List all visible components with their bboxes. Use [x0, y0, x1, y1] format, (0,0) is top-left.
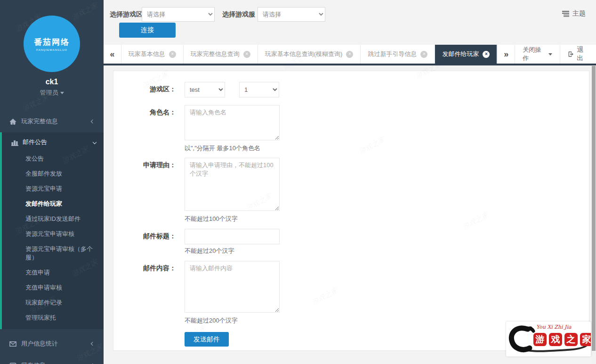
field-label: 角色名：: [113, 105, 185, 117]
bar-chart-icon: [11, 139, 18, 146]
field-label-empty: [113, 332, 185, 335]
tab-label: 玩家完整信息查询: [191, 50, 240, 58]
sidebar-subitem[interactable]: 资源元宝申请: [2, 181, 104, 196]
zone-select-label: 选择游戏区: [110, 10, 143, 19]
comment-icon: [9, 362, 16, 364]
tab-close-icon[interactable]: ×: [346, 51, 353, 58]
chevron-left-icon: [91, 120, 95, 123]
tab-item[interactable]: 跳过新手引导信息×: [361, 45, 435, 64]
sidebar-item-user-stats[interactable]: 用户信息统计: [0, 333, 104, 355]
tab-item[interactable]: 玩家基本信息×: [121, 45, 184, 64]
form-panel: 游戏区： test1 角色名： 以","分隔开 最多10个角色名 申请理由： 不…: [113, 71, 589, 351]
brand-script-text: You Xi Zhi Jia: [536, 324, 572, 330]
form-row-role-name: 角色名： 以","分隔开 最多10个角色名: [113, 105, 589, 153]
tab-item[interactable]: 玩家完整信息查询×: [184, 45, 258, 64]
sidebar-item-player-full-info[interactable]: 玩家完整信息: [0, 111, 104, 132]
envelope-icon: [9, 340, 16, 348]
sidebar-subitem[interactable]: 发邮件给玩家: [2, 196, 104, 211]
sidebar-subitem[interactable]: 管理玩家托: [2, 310, 104, 325]
main-area: 选择游戏区 请选择 选择游戏服 请选择 连接 主题 « 玩家基本信息×玩家完整信…: [104, 0, 596, 364]
reason-control: 不能超过100个汉字: [185, 158, 280, 223]
server-select[interactable]: 请选择: [258, 7, 325, 22]
vertical-scrollbar[interactable]: [591, 66, 596, 364]
brand-badge: You Xi Zhi Jia 游戏之家: [506, 322, 591, 356]
mail-content-textarea[interactable]: [185, 261, 280, 313]
caret-down-icon: [548, 53, 552, 56]
logo-text-cn: 番茄网络: [34, 37, 70, 48]
reason-hint: 不能超过100个汉字: [185, 215, 280, 223]
field-label: 邮件标题：: [113, 229, 185, 241]
send-mail-button[interactable]: 发送邮件: [185, 332, 229, 347]
mail-submenu: 发公告全服邮件发放资源元宝申请发邮件给玩家通过玩家ID发送邮件资源元宝申请审核资…: [2, 151, 104, 325]
mail-content-hint: 不能超过200个汉字: [185, 316, 280, 325]
tab-label: 发邮件给玩家: [442, 50, 479, 58]
role-name-textarea[interactable]: [185, 105, 280, 140]
role-name-hint: 以","分隔开 最多10个角色名: [185, 144, 280, 153]
tab-item[interactable]: 发邮件给玩家×: [435, 45, 497, 64]
sidebar-item-mail-announce[interactable]: 邮件公告: [2, 132, 104, 151]
sidebar-section-mail: 邮件公告 发公告全服邮件发放资源元宝申请发邮件给玩家通过玩家ID发送邮件资源元宝…: [0, 132, 104, 329]
brand-char: 家: [580, 333, 591, 346]
home-icon: [9, 118, 16, 125]
theme-button[interactable]: 主题: [562, 9, 586, 18]
mail-content-control: 不能超过200个汉字: [185, 261, 280, 325]
topbar: 选择游戏区 请选择 选择游戏服 请选择 连接 主题: [104, 0, 596, 45]
user-role-dropdown[interactable]: 管理员: [0, 89, 104, 97]
content: 游戏区： test1 角色名： 以","分隔开 最多10个角色名 申请理由： 不…: [104, 65, 596, 364]
mail-title-hint: 不能超过20个汉字: [185, 247, 280, 255]
sidebar-item-label: 玩家完整信息: [21, 117, 87, 126]
tabs-scroll-left-button[interactable]: «: [104, 45, 121, 64]
sidebar-subitem[interactable]: 充值申请审核: [2, 280, 104, 295]
zone-select[interactable]: 请选择: [142, 7, 215, 22]
sidebar-item-retention-info[interactable]: 留存信息: [0, 355, 104, 364]
sidebar-item-label: 用户信息统计: [21, 340, 87, 348]
field-label: 申请理由：: [113, 158, 185, 170]
mail-title-input[interactable]: [185, 229, 280, 244]
field-label: 游戏区：: [113, 82, 185, 94]
theme-lines-icon: [562, 11, 569, 17]
scrollbar-thumb[interactable]: [592, 66, 596, 351]
chevron-left-icon: [91, 342, 95, 346]
sidebar-subitem[interactable]: 通过玩家ID发送邮件: [2, 211, 104, 226]
server-select-label: 选择游戏服: [222, 10, 255, 19]
sidebar-subitem[interactable]: 全服邮件发放: [2, 166, 104, 181]
tab-label: 玩家基本信息: [129, 50, 165, 58]
tab-close-icon[interactable]: ×: [169, 51, 176, 58]
close-operations-dropdown[interactable]: 关闭操作: [515, 45, 560, 64]
form-row-mail-content: 邮件内容： 不能超过200个汉字: [113, 261, 589, 325]
tab-label: 跳过新手引导信息: [368, 50, 417, 58]
brand-char: 游: [533, 333, 547, 346]
logo-circle: 番茄网络 FANQIEWANGLUO: [24, 16, 80, 72]
tabbar: « 玩家基本信息×玩家完整信息查询×玩家基本信息查询(模糊查询)×跳过新手引导信…: [104, 45, 596, 65]
theme-label: 主题: [572, 9, 586, 18]
chevron-down-icon: [93, 140, 97, 144]
brand-tiles: 游戏之家: [533, 333, 591, 346]
tab-close-icon[interactable]: ×: [243, 51, 250, 58]
caret-down-icon: [60, 92, 64, 94]
sidebar-subitem[interactable]: 发公告: [2, 151, 104, 166]
tab-close-icon[interactable]: ×: [420, 51, 427, 58]
form-row-mail-title: 邮件标题： 不能超过20个汉字: [113, 229, 589, 255]
mail-title-control: 不能超过20个汉字: [185, 229, 280, 255]
sidebar-subitem[interactable]: 充值申请: [2, 265, 104, 280]
logo-text-en: FANQIEWANGLUO: [36, 49, 67, 51]
sidebar-subitem[interactable]: 玩家邮件记录: [2, 295, 104, 310]
username: ck1: [0, 78, 104, 86]
brand-char: 戏: [549, 333, 562, 346]
tabs-scroll-right-button[interactable]: »: [497, 45, 515, 64]
brand-char: 之: [564, 333, 578, 346]
tab-label: 玩家基本信息查询(模糊查询): [265, 50, 343, 58]
sidebar-subitem[interactable]: 资源元宝申请审核: [2, 226, 104, 242]
sidebar: 番茄网络 FANQIEWANGLUO ck1 管理员 玩家完整信息 邮件公告 发…: [0, 0, 104, 364]
reason-textarea[interactable]: [185, 158, 280, 211]
connect-button[interactable]: 连接: [119, 23, 176, 38]
game-zone-select[interactable]: test: [185, 82, 225, 97]
tab-close-icon[interactable]: ×: [483, 51, 490, 58]
logout-button[interactable]: 退出: [560, 45, 596, 64]
sidebar-subitem[interactable]: 资源元宝申请审核（多个服）: [2, 242, 104, 265]
sidebar-section-label: 邮件公告: [23, 138, 89, 146]
role-name-control: 以","分隔开 最多10个角色名: [185, 105, 280, 153]
game-server-select[interactable]: 1: [239, 82, 279, 97]
tab-item[interactable]: 玩家基本信息查询(模糊查询)×: [258, 45, 361, 64]
form-row-game-zone: 游戏区： test1: [113, 82, 589, 97]
